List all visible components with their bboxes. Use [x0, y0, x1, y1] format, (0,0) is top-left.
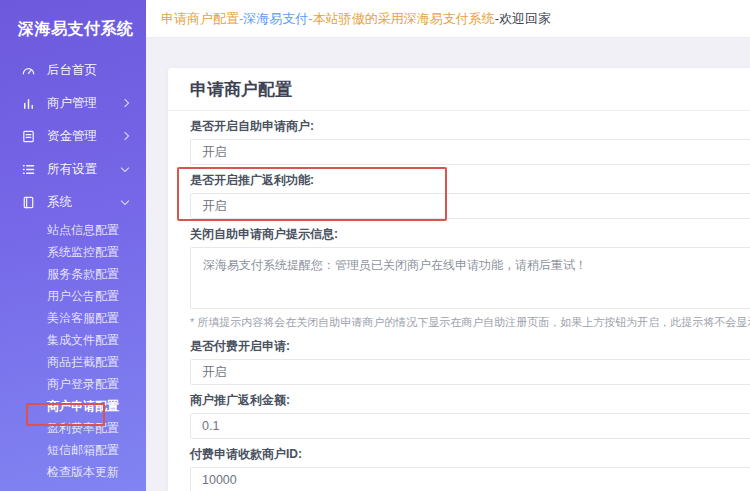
sidebar-item-label: 后台首页 — [47, 62, 97, 79]
page-title: 申请商户配置 — [168, 68, 750, 111]
settings-list-icon — [21, 162, 36, 177]
field-close-tip: 关闭自助申请商户提示信息: 深海易支付系统提醒您：管理员已关闭商户在线申请功能，… — [190, 227, 750, 329]
sidebar-item-label: 所有设置 — [47, 161, 97, 178]
breadcrumb-segment: 申请商户配置 — [161, 11, 239, 26]
merchant-apply-config-card: 申请商户配置 是否开启自助申请商户: 开启 是否开启推广返利功能: 开启 关闭自… — [168, 68, 750, 491]
paid-apply-select[interactable]: 开启 — [190, 359, 750, 385]
sidebar-subitem-merchant-apply[interactable]: 商户申请配置 — [0, 395, 146, 417]
field-payee-merchant-id: 付费申请收款商户ID: — [190, 447, 750, 491]
sidebar-subitem-version-check[interactable]: 检查版本更新 — [0, 461, 146, 483]
field-label: 关闭自助申请商户提示信息: — [190, 227, 750, 241]
field-rebate-amount: 商户推广返利金额: — [190, 393, 750, 439]
chevron-right-icon — [121, 132, 129, 140]
field-label: 是否付费开启申请: — [190, 339, 750, 353]
topbar-breadcrumb: 申请商户配置-深海易支付-本站骄傲的采用深海易支付系统-欢迎回家 — [146, 0, 750, 38]
self-apply-select[interactable]: 开启 — [190, 139, 750, 165]
sidebar-subitem-user-notice[interactable]: 用户公告配置 — [0, 285, 146, 307]
field-self-apply: 是否开启自助申请商户: 开启 — [190, 119, 750, 165]
sidebar-subitem-site-info[interactable]: 站点信息配置 — [0, 219, 146, 241]
sidebar-subitem-merchant-login[interactable]: 商户登录配置 — [0, 373, 146, 395]
sidebar-menu: 后台首页 商户管理 资金管理 — [0, 54, 146, 219]
field-label: 商户推广返利金额: — [190, 393, 750, 407]
dashboard-icon — [21, 63, 36, 78]
sidebar: 深海易支付系统 后台首页 商户管理 — [0, 0, 146, 491]
sidebar-subitem-meiqia[interactable]: 美洽客服配置 — [0, 307, 146, 329]
field-label: 付费申请收款商户ID: — [190, 447, 750, 461]
sidebar-item-dashboard[interactable]: 后台首页 — [0, 54, 146, 87]
sidebar-item-label: 商户管理 — [47, 95, 97, 112]
config-form: 是否开启自助申请商户: 开启 是否开启推广返利功能: 开启 关闭自助申请商户提示… — [168, 111, 750, 491]
payee-merchant-id-input[interactable] — [190, 467, 750, 491]
content-area: 申请商户配置 是否开启自助申请商户: 开启 是否开启推广返利功能: 开启 关闭自… — [146, 38, 750, 491]
app-title: 深海易支付系统 — [0, 0, 146, 54]
sidebar-subitem-sys-monitor[interactable]: 系统监控配置 — [0, 241, 146, 263]
field-label: 是否开启推广返利功能: — [190, 173, 750, 187]
sidebar-item-funds-mgmt[interactable]: 资金管理 — [0, 120, 146, 153]
field-promo-rebate: 是否开启推广返利功能: 开启 — [190, 173, 750, 219]
bar-chart-icon — [21, 96, 36, 111]
sidebar-subitem-sms-mail[interactable]: 短信邮箱配置 — [0, 439, 146, 461]
funds-icon — [21, 129, 36, 144]
breadcrumb-segment: 欢迎回家 — [499, 11, 551, 26]
sidebar-subitem-integration[interactable]: 集成文件配置 — [0, 329, 146, 351]
breadcrumb-segment: 本站骄傲的采用深海易支付系统 — [313, 11, 495, 26]
sidebar-item-label: 系统 — [47, 194, 72, 211]
close-tip-textarea[interactable]: 深海易支付系统提醒您：管理员已关闭商户在线申请功能，请稍后重试！ — [190, 247, 750, 309]
sidebar-subitem-terms[interactable]: 服务条款配置 — [0, 263, 146, 285]
chevron-right-icon — [121, 99, 129, 107]
field-label: 是否开启自助申请商户: — [190, 119, 750, 133]
sidebar-item-all-settings[interactable]: 所有设置 — [0, 153, 146, 186]
system-icon — [21, 195, 36, 210]
sidebar-subitem-goods-block[interactable]: 商品拦截配置 — [0, 351, 146, 373]
promo-rebate-select[interactable]: 开启 — [190, 193, 750, 219]
rebate-amount-input[interactable] — [190, 413, 750, 439]
field-help-text: * 所填提示内容将会在关闭自助申请商户的情况下显示在商户自助注册页面，如果上方按… — [190, 315, 750, 329]
chevron-down-icon — [121, 197, 129, 205]
sidebar-item-label: 资金管理 — [47, 128, 97, 145]
sidebar-subitem-profit-rate[interactable]: 盈利费率配置 — [0, 417, 146, 439]
sidebar-item-merchant-mgmt[interactable]: 商户管理 — [0, 87, 146, 120]
breadcrumb-segment-link[interactable]: 深海易支付 — [243, 11, 308, 26]
sidebar-submenu: 站点信息配置 系统监控配置 服务条款配置 用户公告配置 美洽客服配置 集成文件配… — [0, 219, 146, 483]
chevron-down-icon — [121, 164, 129, 172]
sidebar-item-system[interactable]: 系统 — [0, 186, 146, 219]
field-paid-apply: 是否付费开启申请: 开启 — [190, 339, 750, 385]
